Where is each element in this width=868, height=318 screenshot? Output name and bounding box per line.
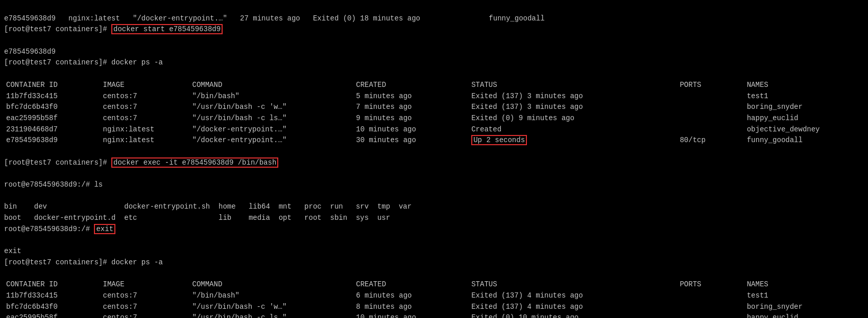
table2-header-command: COMMAND	[190, 279, 354, 290]
command-cell: "/bin/bash"	[190, 290, 354, 302]
created-cell: 8 minutes ago	[354, 302, 469, 313]
image-cell: centos:7	[101, 102, 190, 113]
status-cell-2: Exited (0) 9 minutes ago	[469, 113, 678, 124]
image-cell: nginx:latest	[101, 135, 190, 146]
line-initial: e785459638d9 nginx:latest "/docker-entry…	[4, 13, 864, 25]
command-cell: "/bin/bash"	[190, 91, 354, 102]
table1-header-command: COMMAND	[190, 80, 354, 91]
names-cell: test1	[745, 91, 864, 102]
line-docker-exec: [root@test7 containers]# docker exec -it…	[4, 157, 864, 169]
terminal-window: e785459638d9 nginx:latest "/docker-entry…	[4, 2, 864, 80]
ports-cell	[678, 113, 744, 124]
command-cell: "/usr/bin/bash -c 'w…"	[190, 102, 354, 113]
table2-header-status: STATUS	[469, 279, 678, 290]
created-cell: 5 minutes ago	[354, 91, 469, 102]
docker-start-command-highlight: docker start e785459638d9	[111, 24, 223, 34]
line-docker-start: [root@test7 containers]# docker start e7…	[4, 24, 864, 35]
table1-header-status: STATUS	[469, 80, 678, 91]
prompt-3: [root@test7 containers]#	[4, 158, 111, 167]
names-cell: boring_snyder	[745, 302, 864, 313]
created-cell: 10 minutes ago	[354, 124, 469, 135]
ls-command: ls	[94, 180, 103, 189]
docker-table-2: CONTAINER ID IMAGE COMMAND CREATED STATU…	[4, 279, 864, 318]
image-cell: centos:7	[101, 91, 190, 102]
table1-header-row: CONTAINER ID IMAGE COMMAND CREATED STATU…	[4, 80, 864, 91]
table1-header-ports: PORTS	[678, 80, 744, 91]
prompt-4: [root@test7 containers]#	[4, 258, 111, 266]
container-id-cell: 11b7fd33c415	[4, 91, 101, 102]
table2-header-ports: PORTS	[678, 279, 744, 290]
image-cell: centos:7	[101, 113, 190, 124]
names-cell: boring_snyder	[745, 102, 864, 113]
docker-ps-cmd-2: docker ps -a	[111, 258, 163, 266]
names-cell: objective_dewdney	[745, 124, 864, 135]
ports-cell	[678, 91, 744, 102]
status-cell-3: Created	[469, 124, 678, 135]
created-cell: 30 minutes ago	[354, 135, 469, 146]
table-row: e785459638d9 nginx:latest "/docker-entry…	[4, 135, 864, 146]
command-cell: "/docker-entrypoint.…"	[190, 135, 354, 146]
command-cell: "/usr/bin/bash -c ls…"	[190, 312, 354, 318]
table-row: bfc7dc6b43f0 centos:7 "/usr/bin/bash -c …	[4, 102, 864, 113]
ports-cell	[678, 102, 744, 113]
table2-header-container-id: CONTAINER ID	[4, 279, 101, 290]
names-cell: happy_euclid	[745, 312, 864, 318]
table-row: 2311904668d7 nginx:latest "/docker-entry…	[4, 124, 864, 135]
container-id-cell: eac25995b58f	[4, 312, 101, 318]
table-row: 11b7fd33c415 centos:7 "/bin/bash" 6 minu…	[4, 290, 864, 302]
container-id-cell: bfc7dc6b43f0	[4, 302, 101, 313]
status-cell-highlight-4: Up 2 seconds	[469, 135, 678, 146]
line-ls-output-2: boot docker-entrypoint.d etc lib media o…	[4, 213, 864, 224]
names-cell: test1	[745, 290, 864, 302]
line-docker-ps-a-2: [root@test7 containers]# docker ps -a	[4, 257, 864, 268]
status-cell-t2-1: Exited (137) 4 minutes ago	[469, 302, 678, 313]
status-cell-1: Exited (137) 3 minutes ago	[469, 102, 678, 113]
container-id-cell: 11b7fd33c415	[4, 290, 101, 302]
status-cell-t2-0: Exited (137) 4 minutes ago	[469, 290, 678, 302]
exit-command-highlight: exit	[94, 224, 115, 234]
table1-header-image: IMAGE	[101, 80, 190, 91]
terminal-middle: [root@test7 containers]# docker exec -it…	[4, 146, 864, 279]
container-id-cell: e785459638d9	[4, 135, 101, 146]
container-prompt-2: root@e785459638d9:/#	[4, 225, 94, 233]
table-row: eac25995b58f centos:7 "/usr/bin/bash -c …	[4, 113, 864, 124]
prompt-1: [root@test7 containers]#	[4, 25, 111, 33]
table1-header-container-id: CONTAINER ID	[4, 80, 101, 91]
created-cell: 7 minutes ago	[354, 102, 469, 113]
prompt-2: [root@test7 containers]#	[4, 58, 111, 66]
created-cell: 9 minutes ago	[354, 113, 469, 124]
line-exit-output: exit	[4, 246, 864, 257]
table2-header-names: NAMES	[745, 279, 864, 290]
table1-header-created: CREATED	[354, 80, 469, 91]
docker-ps-cmd-1: docker ps -a	[111, 58, 163, 66]
ports-cell	[678, 312, 744, 318]
command-cell: "/docker-entrypoint.…"	[190, 124, 354, 135]
image-cell: centos:7	[101, 290, 190, 302]
line-exit-cmd: root@e785459638d9:/# exit	[4, 224, 864, 235]
created-cell: 6 minutes ago	[354, 290, 469, 302]
table1-header-names: NAMES	[745, 80, 864, 91]
container-prompt-1: root@e785459638d9:/#	[4, 180, 94, 189]
command-cell: "/usr/bin/bash -c 'w…"	[190, 302, 354, 313]
image-cell: nginx:latest	[101, 124, 190, 135]
created-cell: 10 minutes ago	[354, 312, 469, 318]
names-cell: funny_goodall	[745, 135, 864, 146]
image-cell: centos:7	[101, 312, 190, 318]
status-highlight-4: Up 2 seconds	[471, 135, 527, 145]
line-docker-ps-a-1: [root@test7 containers]# docker ps -a	[4, 57, 864, 69]
container-id-cell: bfc7dc6b43f0	[4, 102, 101, 113]
status-cell-t2-2: Exited (0) 10 minutes ago	[469, 312, 678, 318]
table-row: 11b7fd33c415 centos:7 "/bin/bash" 5 minu…	[4, 91, 864, 102]
docker-exec-command-highlight: docker exec -it e785459638d9 /bin/bash	[111, 157, 278, 168]
ports-cell	[678, 124, 744, 135]
line-ls-output-1: bin dev docker-entrypoint.sh home lib64 …	[4, 201, 864, 213]
command-cell: "/usr/bin/bash -c ls…"	[190, 113, 354, 124]
ports-cell	[678, 302, 744, 313]
image-cell: centos:7	[101, 302, 190, 313]
line-container-id-output: e785459638d9	[4, 47, 864, 58]
table2-header-image: IMAGE	[101, 279, 190, 290]
table-row: bfc7dc6b43f0 centos:7 "/usr/bin/bash -c …	[4, 302, 864, 313]
status-cell-0: Exited (137) 3 minutes ago	[469, 91, 678, 102]
table2-header-row: CONTAINER ID IMAGE COMMAND CREATED STATU…	[4, 279, 864, 290]
table-row: eac25995b58f centos:7 "/usr/bin/bash -c …	[4, 312, 864, 318]
